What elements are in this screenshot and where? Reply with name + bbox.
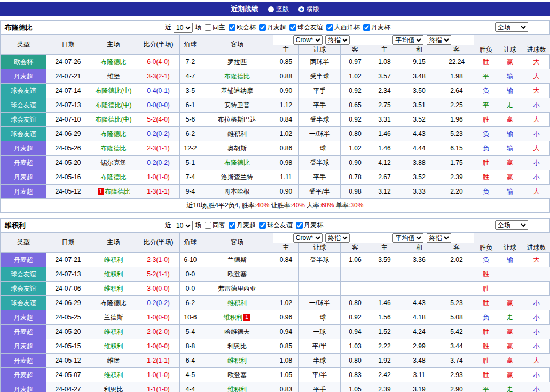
league-filter[interactable]: 丹麦杯 [363,23,390,32]
bookmaker-select[interactable]: Crow* [293,233,323,243]
result-handicap: 走 [498,310,522,325]
result-goals: 大 [522,69,550,84]
avg-draw-odds: 3.50 [399,84,439,98]
layout-option-horizontal-label: 横版 [307,5,319,14]
result-winloss: 负 [474,127,498,141]
result-handicap: 输 [498,185,522,199]
league-filter-checkbox[interactable] [296,222,303,229]
radio-unselected-icon[interactable] [268,6,274,12]
result-handicap: 走 [498,382,522,392]
summary-segment: 大率: [305,202,321,209]
team-label: 维积利 [227,130,247,138]
full-match-select[interactable]: 全场 [495,220,528,230]
odds-stage-select[interactable]: 终指 [325,35,350,45]
result-goals: 大 [522,141,550,156]
average-select[interactable]: 平均值 [392,233,423,243]
odds-stage-select[interactable]: 终指 [325,233,350,243]
league-filter[interactable]: 丹麦杯 [296,221,323,230]
team-label: 维堡 [107,357,120,364]
recent-count-select[interactable]: 10 [174,23,193,33]
team-label: 奥胡斯 [227,145,247,152]
league-badge: 丹麦超 [1,69,46,84]
league-badge: 球会友谊 [1,127,46,141]
odds-home: 0.85 [273,339,299,354]
average-stage-select[interactable]: 终指 [427,233,451,243]
radio-selected-icon[interactable] [298,6,304,12]
odds-away: 1.02 [341,69,370,84]
corner-score: 5-4 [180,325,201,339]
avg-away-odds: 2.02 [439,253,474,267]
summary-segment: 近10场,胜4平2负4, [187,202,242,209]
same-venue-checkbox[interactable] [205,24,211,31]
match-row: 丹麦超24-05-26布隆德比2-3(1-1)12-2奥胡斯0.86一球1.02… [1,141,550,156]
avg-away-odds: 6.15 [439,141,474,156]
home-team: 兰德斯 [90,310,137,325]
same-venue-checkbox[interactable] [205,222,211,229]
score: 1-0(1-0) [137,368,180,382]
avg-home-odds: 4.12 [370,156,399,170]
page-title: 近期战绩 [231,4,258,14]
league-badge: 球会友谊 [1,282,46,296]
bookmaker-select[interactable]: Crow* [293,35,323,45]
same-venue-filter[interactable]: 同主 [205,23,225,32]
league-filter[interactable]: 球会友谊 [259,221,293,230]
result-winloss: 胜 [474,156,498,170]
match-date: 24-05-16 [46,170,90,185]
col-subheader-goals: 进球数 [522,243,550,253]
average-stage-select[interactable]: 终指 [427,35,451,45]
odds-away [341,282,370,296]
avg-home-odds: 3.57 [370,69,399,84]
average-select[interactable]: 平均值 [392,35,423,45]
team-label: 维积利 [104,270,123,278]
score: 3-3(2-1) [137,69,180,84]
corner-score: 0-0 [180,282,201,296]
odds-selector-cell: Crow* 终指 [273,35,370,45]
recent-count-select[interactable]: 10 [174,221,193,230]
home-team: 维堡 [90,69,137,84]
score: 1-0(0-0) [137,310,180,325]
league-filter-checkbox[interactable] [363,24,370,31]
league-filter[interactable]: 欧会杯 [229,23,256,32]
odds-home: 1.11 [273,170,299,185]
odds-away: 0.90 [341,156,370,170]
league-filter-checkbox[interactable] [229,222,235,229]
odds-handicap: 平/半 [299,339,341,354]
league-badge: 丹麦超 [1,170,46,185]
league-filter-checkbox[interactable] [259,24,266,31]
home-team: 锡尔克堡 [90,156,137,170]
match-row: 球会友谊24-07-06维积利3-0(0-0)0-0弗雷德里西亚胜 [1,282,550,296]
home-team: 维积利 [90,368,137,382]
avg-home-odds: 2.75 [370,98,399,113]
avg-draw-odds: 3.52 [399,170,439,185]
recent-prefix-label: 近 [165,221,171,230]
avg-away-odds: 1.98 [439,69,474,84]
odds-home: 0.90 [273,84,299,98]
col-subheader-odds-handicap: 让球 [299,243,341,253]
same-venue-filter[interactable]: 同客 [205,221,225,230]
odds-handicap: 平手 [299,170,341,185]
league-filter[interactable]: 大西洋杯 [326,23,360,32]
match-date: 24-07-06 [46,282,90,296]
match-date: 24-05-20 [46,156,90,170]
corner-score: 12-2 [180,141,201,156]
away-team: 欧登塞 [201,368,273,382]
league-badge: 丹麦超 [1,368,46,382]
league-filter[interactable]: 丹麦超 [229,221,256,230]
full-match-select[interactable]: 全场 [495,22,528,32]
league-filter-checkbox[interactable] [289,24,296,31]
layout-option-horizontal[interactable]: 横版 [298,5,319,14]
odds-away: 1.05 [341,382,370,392]
match-row: 球会友谊24-07-10布隆德比(中)5-2(4-0)5-6布拉格斯巴达0.84… [1,113,550,127]
avg-draw-odds: 4.43 [399,127,439,141]
layout-option-vertical[interactable]: 竖版 [268,5,289,14]
league-filter-checkbox[interactable] [259,222,266,229]
match-row: 丹麦超24-05-25兰德斯1-0(0-0)10-6维积利10.96一球0.92… [1,310,550,325]
odds-handicap: 一/球半 [299,127,341,141]
league-filter-checkbox[interactable] [326,24,333,31]
league-filter[interactable]: 丹麦超 [259,23,286,32]
avg-draw-odds: 4.18 [399,310,439,325]
summary-segment: 让胜率: [269,202,292,209]
league-filter-checkbox[interactable] [229,24,235,31]
score: 2-3(1-1) [137,141,180,156]
league-filter[interactable]: 球会友谊 [289,23,323,32]
